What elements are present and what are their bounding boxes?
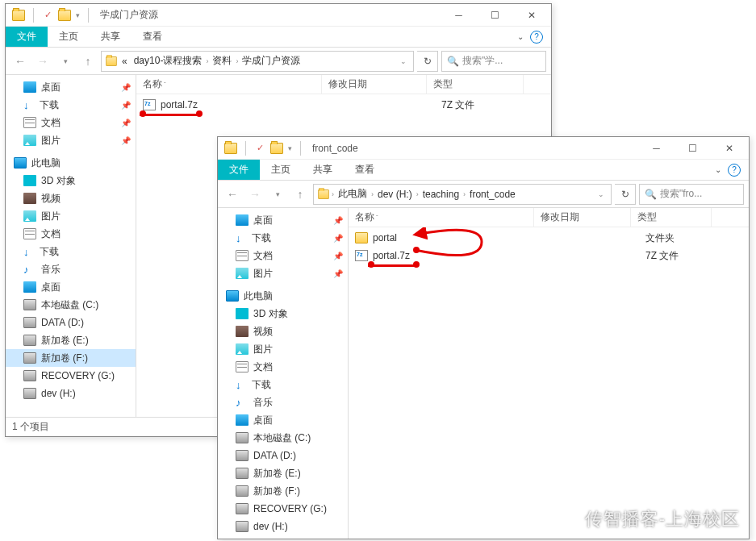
breadcrumb[interactable]: dev (H:) <box>375 189 415 200</box>
forward-button[interactable]: → <box>33 52 52 71</box>
breadcrumb[interactable]: 资料 <box>210 54 234 68</box>
sidebar-item-drive-g[interactable]: RECOVERY (G:) <box>218 500 348 518</box>
chevron-down-icon[interactable]: ▾ <box>76 11 80 19</box>
back-button[interactable]: ← <box>223 185 242 204</box>
address-dropdown[interactable]: ⌄ <box>397 57 410 65</box>
sidebar-item-drive-g[interactable]: RECOVERY (G:) <box>6 367 136 385</box>
sidebar-item-thispc[interactable]: 此电脑 <box>6 154 136 172</box>
breadcrumb[interactable]: 学成门户资源 <box>240 54 303 68</box>
sidebar-item-pictures[interactable]: 图片📌 <box>6 131 136 149</box>
sidebar-item-downloads[interactable]: 下载📌 <box>6 96 136 114</box>
tab-share[interactable]: 共享 <box>90 27 132 47</box>
tab-view[interactable]: 查看 <box>344 160 386 180</box>
tab-file[interactable]: 文件 <box>6 27 48 47</box>
sidebar-item-drive-f[interactable]: 新加卷 (F:) <box>218 482 348 500</box>
column-header-modified[interactable]: 修改日期 <box>534 208 631 227</box>
tab-home[interactable]: 主页 <box>48 27 90 47</box>
sidebar-item-drive-d[interactable]: DATA (D:) <box>218 447 348 464</box>
back-button[interactable]: ← <box>10 52 30 71</box>
column-header-type[interactable]: 类型 <box>427 75 524 94</box>
breadcrumb[interactable]: day10-课程搜索 <box>132 54 205 68</box>
chevron-right-icon[interactable]: › <box>371 190 374 198</box>
tab-share[interactable]: 共享 <box>302 160 344 180</box>
chevron-right-icon[interactable]: › <box>206 57 208 65</box>
sidebar-item-label: 图片 <box>41 210 61 223</box>
breadcrumb[interactable]: 此电脑 <box>336 187 370 201</box>
column-header-type[interactable]: 类型 <box>631 208 712 227</box>
sidebar-item-drive-c[interactable]: 本地磁盘 (C:) <box>218 429 348 447</box>
sidebar-item-downloads[interactable]: 下载 <box>6 243 136 260</box>
breadcrumb[interactable]: front_code <box>467 189 518 200</box>
sidebar-item-documents[interactable]: 文档 <box>6 225 136 243</box>
up-button[interactable]: ↑ <box>78 52 98 71</box>
forward-button[interactable]: → <box>245 185 265 204</box>
sidebar-item-music[interactable]: 音乐 <box>6 260 136 278</box>
tab-file[interactable]: 文件 <box>218 160 260 180</box>
sidebar-item-documents[interactable]: 文档 <box>218 358 348 376</box>
address-dropdown[interactable]: ⌄ <box>595 190 608 198</box>
sidebar-item-drive-h[interactable]: dev (H:) <box>6 385 136 402</box>
sidebar-item-3dobjects[interactable]: 3D 对象 <box>218 305 348 323</box>
search-input[interactable]: 🔍 搜索"学... <box>441 51 546 72</box>
sidebar-item-pictures[interactable]: 图片📌 <box>218 264 348 282</box>
maximize-button[interactable]: ☐ <box>477 4 513 27</box>
sidebar-item-label: 下载 <box>40 245 59 259</box>
sidebar-item-label: 下载 <box>252 378 271 392</box>
sidebar-item-drive-f[interactable]: 新加卷 (F:) <box>6 349 136 367</box>
check-icon[interactable] <box>254 143 265 154</box>
sidebar-item-drive-d[interactable]: DATA (D:) <box>6 314 136 331</box>
tab-view[interactable]: 查看 <box>132 27 173 47</box>
sidebar-item-downloads[interactable]: 下载📌 <box>218 229 348 247</box>
sidebar-item-pictures[interactable]: 图片 <box>218 340 348 358</box>
sidebar-item-drive-c[interactable]: 本地磁盘 (C:) <box>6 296 136 314</box>
check-icon[interactable] <box>42 10 53 21</box>
close-button[interactable]: ✕ <box>513 4 549 27</box>
titlebar[interactable]: ▾ front_code ─ ☐ ✕ <box>218 137 749 160</box>
sidebar-item-videos[interactable]: 视频 <box>218 323 348 340</box>
refresh-button[interactable]: ↻ <box>417 51 438 72</box>
close-button[interactable]: ✕ <box>711 137 747 160</box>
sidebar-item-pictures[interactable]: 图片 <box>6 207 136 225</box>
titlebar[interactable]: ▾ 学成门户资源 ─ ☐ ✕ <box>6 4 551 27</box>
help-icon[interactable]: ? <box>728 164 741 177</box>
sidebar-item-music[interactable]: 音乐 <box>218 393 348 411</box>
chevron-right-icon[interactable]: › <box>416 190 419 198</box>
breadcrumb[interactable]: teaching <box>420 189 462 200</box>
column-header-modified[interactable]: 修改日期 <box>322 75 427 94</box>
sidebar-item-3dobjects[interactable]: 3D 对象 <box>6 172 136 189</box>
minimize-button[interactable]: ─ <box>441 4 477 27</box>
ribbon-collapse-icon[interactable]: ⌄ <box>715 165 721 174</box>
sidebar-item-desktop[interactable]: 桌面 <box>6 278 136 296</box>
refresh-button[interactable]: ↻ <box>615 184 636 205</box>
sidebar-item-documents[interactable]: 文档📌 <box>6 114 136 131</box>
sidebar-item-drive-h[interactable]: dev (H:) <box>218 518 348 535</box>
sidebar-item-desktop[interactable]: 桌面 <box>218 411 348 429</box>
chevron-right-icon[interactable]: › <box>332 190 334 198</box>
up-button[interactable]: ↑ <box>290 185 310 204</box>
chevron-right-icon[interactable]: › <box>463 190 466 198</box>
chevron-right-icon[interactable]: › <box>236 57 238 65</box>
help-icon[interactable]: ? <box>530 31 543 44</box>
ribbon-collapse-icon[interactable]: ⌄ <box>517 32 524 41</box>
sidebar-item-desktop[interactable]: 桌面📌 <box>218 211 348 229</box>
sidebar-item-drive-e[interactable]: 新加卷 (E:) <box>6 331 136 349</box>
column-header-name[interactable]: 名称ˇ <box>349 208 534 227</box>
sidebar-item-desktop[interactable]: 桌面📌 <box>6 78 136 96</box>
address-bar[interactable]: › 此电脑 › dev (H:) › teaching › front_code… <box>313 184 612 205</box>
chevron-down-icon[interactable]: ▾ <box>288 144 292 152</box>
sidebar-item-documents[interactable]: 文档📌 <box>218 247 348 264</box>
sidebar-item-videos[interactable]: 视频 <box>6 189 136 207</box>
history-dropdown[interactable]: ▾ <box>56 52 75 71</box>
maximize-button[interactable]: ☐ <box>675 137 711 160</box>
history-dropdown[interactable]: ▾ <box>268 185 287 204</box>
3d-icon <box>23 175 36 186</box>
minimize-button[interactable]: ─ <box>638 137 675 160</box>
sidebar-item-thispc[interactable]: 此电脑 <box>218 287 348 305</box>
column-header-name[interactable]: 名称ˇ <box>136 75 322 94</box>
search-input[interactable]: 🔍 搜索"fro... <box>639 184 744 205</box>
tab-home[interactable]: 主页 <box>260 160 302 180</box>
sidebar-item-downloads[interactable]: 下载 <box>218 376 348 393</box>
sidebar-item-drive-e[interactable]: 新加卷 (E:) <box>218 464 348 482</box>
address-bar[interactable]: « day10-课程搜索 › 资料 › 学成门户资源 ⌄ <box>101 51 414 72</box>
file-list[interactable]: portal 文件夹 portal.7z 7Z 文件 <box>349 227 749 539</box>
